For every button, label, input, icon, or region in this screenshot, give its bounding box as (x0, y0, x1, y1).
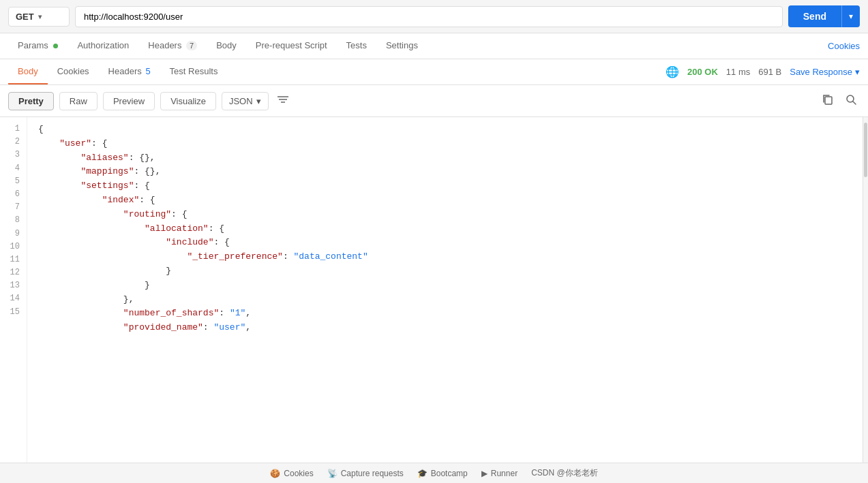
format-actions (819, 91, 860, 111)
code-line-11: } (38, 264, 863, 279)
resp-headers-badge: 5 (145, 66, 150, 76)
resp-tab-headers[interactable]: Headers 5 (99, 59, 160, 84)
response-tabs: Body Cookies Headers 5 Test Results 🌐 20… (0, 59, 868, 85)
code-line-4: "mappings": {}, (38, 165, 863, 179)
globe-icon: 🌐 (665, 65, 679, 78)
filter-icon[interactable] (274, 91, 292, 110)
response-status: 200 OK (687, 67, 718, 77)
save-response-arrow: ▾ (855, 67, 860, 77)
runner-icon: ▶ (481, 469, 488, 478)
resp-tab-test-results[interactable]: Test Results (160, 59, 228, 84)
code-line-12: } (38, 279, 863, 293)
code-line-9: "include": { (38, 236, 863, 250)
preview-button[interactable]: Preview (103, 92, 155, 110)
response-time: 11 ms (726, 67, 750, 77)
method-dropdown-arrow: ▾ (38, 13, 42, 20)
status-capture[interactable]: 📡 Capture requests (327, 469, 404, 478)
code-line-6: "index": { (38, 193, 863, 208)
code-content[interactable]: { "user": { "aliases": {}, "mappings": {… (27, 117, 863, 463)
send-button[interactable]: Send (788, 5, 841, 27)
app-container: GET ▾ Send ▾ Params Authorization Header… (0, 0, 868, 483)
raw-button[interactable]: Raw (59, 92, 98, 110)
code-line-5: "settings": { (38, 179, 863, 193)
code-line-14: "number_of_shards": "1", (38, 307, 863, 321)
save-response-button[interactable]: Save Response ▾ (790, 67, 860, 77)
send-dropdown-button[interactable]: ▾ (841, 5, 860, 27)
response-size: 691 B (758, 67, 781, 77)
tab-prerequest[interactable]: Pre-request Script (246, 33, 337, 59)
headers-badge: 7 (186, 41, 197, 50)
resp-tab-cookies[interactable]: Cookies (48, 59, 99, 84)
visualize-button[interactable]: Visualize (160, 92, 216, 110)
tab-authorization[interactable]: Authorization (68, 33, 138, 59)
format-bar: Pretty Raw Preview Visualize JSON ▾ (0, 85, 868, 117)
capture-icon: 📡 (327, 469, 338, 478)
status-cookies[interactable]: 🍪 Cookies (270, 469, 313, 478)
code-line-13: }, (38, 293, 863, 307)
json-format-arrow: ▾ (256, 96, 261, 106)
tab-settings[interactable]: Settings (376, 33, 428, 59)
method-value: GET (16, 12, 34, 22)
json-format-value: JSON (229, 96, 253, 106)
svg-rect-3 (825, 97, 832, 104)
tab-body[interactable]: Body (207, 33, 246, 59)
params-dot (53, 44, 58, 48)
status-bar: 🍪 Cookies 📡 Capture requests 🎓 Bootcamp … (0, 463, 868, 483)
status-bootcamp[interactable]: 🎓 Bootcamp (417, 469, 468, 478)
search-icon[interactable] (842, 91, 860, 111)
status-runner[interactable]: ▶ Runner (481, 469, 518, 478)
pretty-button[interactable]: Pretty (8, 92, 54, 110)
code-line-8: "allocation": { (38, 222, 863, 236)
url-bar: GET ▾ Send ▾ (0, 0, 868, 33)
status-csdn[interactable]: CSDN @你老老析 (531, 467, 598, 479)
svg-line-5 (853, 102, 856, 104)
json-format-selector[interactable]: JSON ▾ (222, 92, 269, 110)
tab-tests[interactable]: Tests (337, 33, 376, 59)
code-line-15: "provided_name": "user", (38, 321, 863, 335)
code-line-7: "routing": { (38, 208, 863, 222)
resp-tab-body[interactable]: Body (8, 59, 48, 84)
code-line-1: { (38, 123, 863, 137)
scrollbar-thumb[interactable] (864, 123, 867, 177)
cookies-link[interactable]: Cookies (828, 41, 860, 51)
scrollbar-track[interactable] (863, 117, 868, 463)
line-numbers: 12345 678910 1112131415 (0, 117, 27, 463)
code-line-2: "user": { (38, 137, 863, 151)
code-area: 12345 678910 1112131415 { "user": { "ali… (0, 117, 868, 463)
cookies-status-icon: 🍪 (270, 469, 280, 478)
code-line-3: "aliases": {}, (38, 151, 863, 166)
url-input[interactable] (75, 6, 783, 27)
tab-params[interactable]: Params (8, 33, 68, 59)
response-meta: 🌐 200 OK 11 ms 691 B Save Response ▾ (665, 65, 860, 78)
code-line-10: "_tier_preference": "data_content" (38, 250, 863, 264)
bootcamp-icon: 🎓 (417, 469, 428, 478)
send-button-group: Send ▾ (788, 5, 860, 27)
request-tabs: Params Authorization Headers 7 Body Pre-… (0, 33, 868, 59)
method-selector[interactable]: GET ▾ (8, 7, 70, 27)
tab-headers[interactable]: Headers 7 (138, 33, 207, 59)
copy-icon[interactable] (819, 91, 837, 111)
